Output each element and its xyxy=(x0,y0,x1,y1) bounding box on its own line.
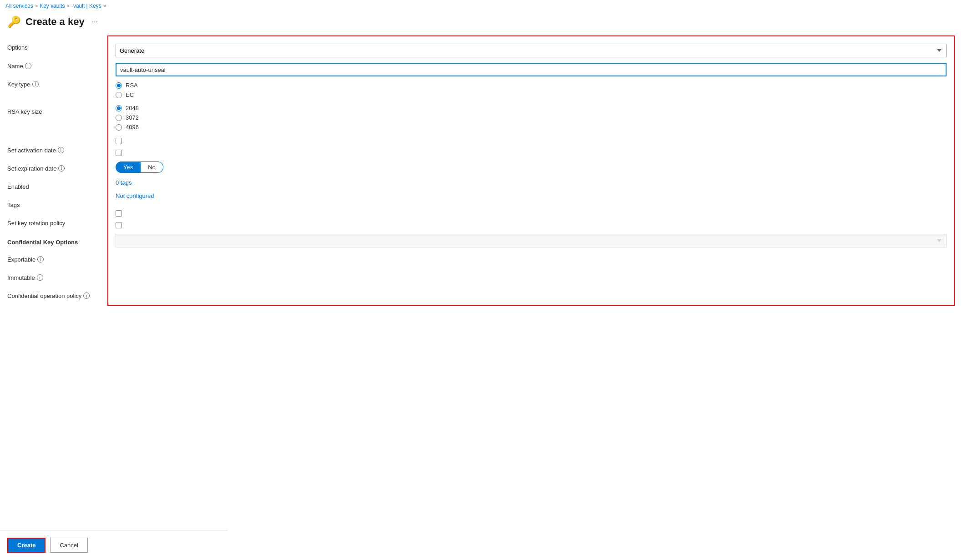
breadcrumb: All services > Key vaults > -vault | Key… xyxy=(0,0,962,12)
page-title: Create a key xyxy=(25,16,85,28)
rsa-3072-text: 3072 xyxy=(126,114,139,121)
label-set-key-rotation-policy: Set key rotation policy xyxy=(7,215,107,231)
label-options: Options xyxy=(7,39,107,55)
label-rsa-key-size: RSA key size xyxy=(7,104,107,140)
key-type-ec-text: EC xyxy=(126,91,134,98)
label-set-expiration-date: Set expiration date i xyxy=(7,160,107,177)
options-select[interactable]: Generate Import Restore from Backup xyxy=(116,44,947,57)
key-type-ec-radio[interactable] xyxy=(116,92,122,98)
label-immutable: Immutable i xyxy=(7,269,107,286)
exportable-info-icon[interactable]: i xyxy=(37,256,44,262)
confidential-op-info-icon[interactable]: i xyxy=(83,293,90,299)
rsa-2048-label[interactable]: 2048 xyxy=(116,105,947,111)
rotation-policy-row: Not configured xyxy=(116,192,947,199)
enabled-no-button[interactable]: No xyxy=(141,161,163,173)
exportable-row xyxy=(116,210,947,217)
key-type-rsa-label[interactable]: RSA xyxy=(116,82,947,89)
rsa-2048-text: 2048 xyxy=(126,105,139,111)
tags-link[interactable]: 0 tags xyxy=(116,179,947,186)
cancel-button[interactable]: Cancel xyxy=(50,538,87,553)
confidential-op-policy-select[interactable] xyxy=(116,234,947,247)
activation-info-icon[interactable]: i xyxy=(58,147,64,153)
section-gap xyxy=(116,207,947,210)
page-title-bar: 🔑 Create a key ··· xyxy=(0,12,962,34)
labels-column: Options Name i Key type i RSA key size S… xyxy=(7,34,107,306)
rsa-4096-radio[interactable] xyxy=(116,124,122,131)
breadcrumb-all-services[interactable]: All services xyxy=(5,3,33,9)
rsa-4096-label[interactable]: 4096 xyxy=(116,124,947,131)
key-type-rsa-text: RSA xyxy=(126,82,138,89)
key-type-ec-label[interactable]: EC xyxy=(116,91,947,98)
tags-row: 0 tags xyxy=(116,179,947,186)
breadcrumb-sep3: > xyxy=(103,3,106,9)
breadcrumb-key-vaults[interactable]: Key vaults xyxy=(40,3,65,9)
label-key-type: Key type i xyxy=(7,76,107,102)
label-set-activation-date: Set activation date i xyxy=(7,142,107,158)
ellipsis-button[interactable]: ··· xyxy=(89,17,101,27)
immutable-checkbox[interactable] xyxy=(116,222,122,228)
create-button[interactable]: Create xyxy=(7,538,46,553)
options-row: Generate Import Restore from Backup xyxy=(116,44,947,57)
expiration-date-row xyxy=(116,150,947,156)
label-confidential-operation-policy: Confidential operation policy i xyxy=(7,288,107,304)
label-confidential-key-options: Confidential Key Options xyxy=(7,235,107,249)
breadcrumb-vault-keys[interactable]: -vault | Keys xyxy=(71,3,101,9)
expiration-date-checkbox[interactable] xyxy=(116,150,122,156)
activation-date-checkbox[interactable] xyxy=(116,138,122,144)
key-type-info-icon[interactable]: i xyxy=(32,81,39,87)
key-type-rsa-radio[interactable] xyxy=(116,82,122,89)
exportable-checkbox[interactable] xyxy=(116,210,122,217)
activation-date-row xyxy=(116,138,947,144)
rsa-4096-text: 4096 xyxy=(126,124,139,131)
label-enabled: Enabled xyxy=(7,178,107,195)
rotation-policy-link[interactable]: Not configured xyxy=(116,192,947,199)
label-tags: Tags xyxy=(7,197,107,213)
key-icon: 🔑 xyxy=(7,15,21,28)
name-info-icon[interactable]: i xyxy=(25,63,31,69)
immutable-row xyxy=(116,222,947,228)
confidential-op-policy-row xyxy=(116,234,947,247)
enabled-toggle-group: Yes No xyxy=(116,161,947,173)
label-name: Name i xyxy=(7,57,107,75)
label-exportable: Exportable i xyxy=(7,251,107,267)
immutable-info-icon[interactable]: i xyxy=(37,274,43,281)
rsa-3072-label[interactable]: 3072 xyxy=(116,114,947,121)
bottom-bar: Create Cancel xyxy=(0,530,228,560)
name-row xyxy=(116,63,947,76)
breadcrumb-sep2: > xyxy=(66,3,69,9)
form-panel: Generate Import Restore from Backup RSA … xyxy=(107,35,955,306)
key-type-radio-group: RSA EC xyxy=(116,82,947,98)
enabled-yes-button[interactable]: Yes xyxy=(116,161,141,173)
main-layout: Options Name i Key type i RSA key size S… xyxy=(0,34,962,306)
breadcrumb-sep1: > xyxy=(35,3,38,9)
expiration-info-icon[interactable]: i xyxy=(58,165,65,172)
rsa-2048-radio[interactable] xyxy=(116,105,122,111)
rsa-key-size-group: 2048 3072 4096 xyxy=(116,105,947,131)
name-input[interactable] xyxy=(116,63,947,76)
rsa-3072-radio[interactable] xyxy=(116,115,122,121)
